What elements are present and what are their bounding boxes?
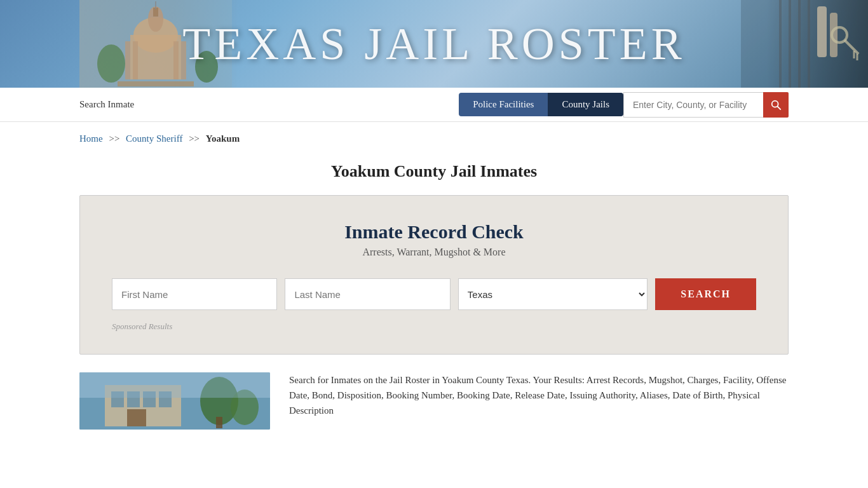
sponsored-label: Sponsored Results (112, 322, 756, 332)
nav-search-label: Search Inmate (79, 99, 134, 110)
county-jails-button[interactable]: County Jails (548, 93, 623, 116)
police-facilities-button[interactable]: Police Facilities (459, 93, 548, 116)
svg-rect-10 (118, 81, 194, 86)
record-search-button[interactable]: SEARCH (655, 278, 756, 310)
svg-rect-7 (133, 41, 138, 79)
building-image (79, 372, 270, 430)
breadcrumb-county-sheriff-link[interactable]: County Sheriff (126, 133, 182, 144)
record-check-box: Inmate Record Check Arrests, Warrant, Mu… (79, 195, 789, 355)
bottom-image (79, 372, 270, 430)
svg-rect-35 (216, 417, 222, 428)
header-banner: Texas Jail Roster (0, 0, 868, 88)
nav-bar: Search Inmate Police Facilities County J… (0, 88, 868, 122)
svg-rect-6 (125, 41, 130, 79)
svg-rect-8 (173, 41, 179, 79)
record-check-form: AlabamaAlaskaArizonaArkansasCaliforniaCo… (112, 278, 756, 310)
site-title: Texas Jail Roster (182, 18, 685, 71)
record-check-title: Inmate Record Check (112, 221, 756, 243)
svg-rect-22 (798, 0, 801, 88)
svg-point-11 (97, 44, 125, 83)
search-icon (770, 99, 782, 111)
state-select[interactable]: AlabamaAlaskaArizonaArkansasCaliforniaCo… (458, 278, 648, 310)
breadcrumb-home-link[interactable]: Home (79, 133, 103, 144)
svg-line-25 (778, 106, 781, 109)
svg-rect-3 (153, 8, 158, 17)
breadcrumb-current: Yoakum (206, 133, 240, 144)
svg-rect-21 (789, 0, 791, 88)
bottom-description: Search for Inmates on the Jail Roster in… (289, 372, 789, 418)
page-title-section: Yoakum County Jail Inmates (0, 151, 868, 195)
first-name-input[interactable] (112, 278, 277, 310)
svg-rect-33 (127, 409, 146, 426)
svg-rect-14 (817, 6, 827, 57)
facility-search-button[interactable] (763, 92, 789, 118)
facility-search-input[interactable] (623, 92, 763, 118)
breadcrumb-sep-1: >> (109, 133, 119, 144)
bottom-section: Search for Inmates on the Jail Roster in… (0, 372, 868, 430)
svg-rect-20 (779, 0, 782, 88)
record-check-subtitle: Arrests, Warrant, Mugshot & More (112, 247, 756, 258)
nav-right: Police Facilities County Jails (459, 92, 789, 118)
last-name-input[interactable] (285, 278, 450, 310)
page-title: Yoakum County Jail Inmates (0, 162, 868, 181)
breadcrumb: Home >> County Sheriff >> Yoakum (0, 122, 868, 151)
breadcrumb-sep-2: >> (189, 133, 200, 144)
svg-rect-23 (808, 0, 810, 88)
svg-rect-37 (79, 372, 270, 398)
keys-decoration (741, 0, 868, 88)
